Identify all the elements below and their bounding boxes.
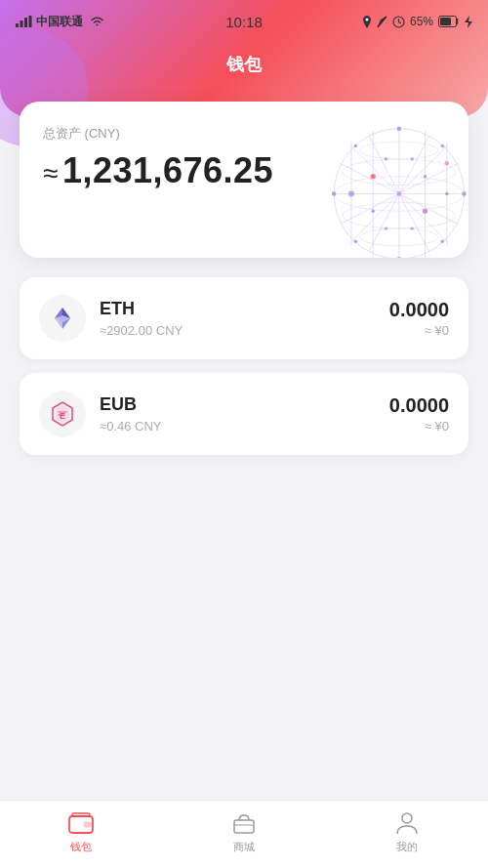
- status-carrier: 中国联通: [16, 14, 104, 30]
- eth-balance: 0.0000 ≈ ¥0: [389, 299, 449, 339]
- eub-balance: 0.0000 ≈ ¥0: [389, 394, 449, 434]
- svg-rect-59: [234, 820, 254, 833]
- tab-mall-label: 商城: [233, 840, 255, 854]
- eub-price: ≈0.46 CNY: [100, 419, 389, 434]
- svg-rect-7: [440, 18, 451, 25]
- eub-amount: 0.0000: [389, 394, 449, 417]
- approx-symbol: ≈: [43, 158, 59, 188]
- svg-point-29: [462, 191, 466, 195]
- svg-point-33: [441, 240, 445, 244]
- coin-icon-eth: [39, 295, 86, 342]
- svg-point-35: [424, 175, 427, 179]
- svg-point-39: [411, 157, 414, 160]
- svg-rect-58: [84, 822, 91, 827]
- coin-icon-eub: E: [39, 391, 86, 437]
- eth-cny: ≈ ¥0: [425, 323, 449, 338]
- status-bar: 中国联通 10:18 65%: [0, 0, 488, 43]
- svg-point-48: [445, 161, 449, 165]
- svg-point-43: [445, 192, 449, 196]
- svg-point-27: [397, 257, 401, 258]
- wallet-icon: [68, 810, 94, 836]
- tab-bar: 钱包 商城 我的: [0, 800, 488, 868]
- svg-point-46: [423, 209, 427, 214]
- person-icon: [394, 810, 420, 836]
- svg-point-26: [397, 127, 401, 131]
- tab-mine-label: 我的: [396, 840, 418, 854]
- status-right: 65%: [362, 15, 472, 28]
- eub-cny: ≈ ¥0: [425, 419, 449, 434]
- svg-point-47: [348, 190, 354, 196]
- svg-rect-3: [29, 16, 32, 27]
- coin-list: ETH ≈2902.00 CNY 0.0000 ≈ ¥0 E EUB: [20, 277, 468, 455]
- eub-name: EUB: [100, 394, 389, 415]
- main-content: 总资产 (CNY) ≈1,231,676.25: [0, 86, 488, 800]
- mall-icon: [231, 810, 257, 836]
- svg-point-61: [402, 813, 412, 823]
- svg-rect-1: [20, 21, 23, 27]
- eth-amount: 0.0000: [389, 299, 449, 321]
- status-time: 10:18: [225, 14, 263, 30]
- nav-title: 钱包: [0, 43, 488, 86]
- tab-wallet-label: 钱包: [70, 840, 92, 854]
- geodome-decoration: [303, 111, 468, 258]
- asset-card: 总资产 (CNY) ≈1,231,676.25: [20, 102, 468, 258]
- svg-point-44: [397, 191, 401, 195]
- tab-mine[interactable]: 我的: [325, 810, 488, 854]
- svg-point-31: [441, 145, 445, 148]
- svg-point-32: [354, 240, 358, 244]
- eth-price: ≈2902.00 CNY: [100, 323, 389, 338]
- svg-point-40: [385, 227, 387, 229]
- eth-name: ETH: [100, 299, 389, 319]
- coin-item-eth[interactable]: ETH ≈2902.00 CNY 0.0000 ≈ ¥0: [20, 277, 468, 359]
- svg-point-41: [411, 227, 414, 229]
- tab-mall[interactable]: 商城: [163, 810, 326, 854]
- svg-rect-0: [16, 23, 19, 27]
- svg-point-36: [371, 209, 375, 213]
- svg-point-28: [332, 191, 336, 195]
- svg-point-38: [385, 157, 387, 160]
- eth-info: ETH ≈2902.00 CNY: [100, 299, 389, 338]
- svg-point-4: [365, 18, 368, 21]
- tab-wallet[interactable]: 钱包: [0, 810, 163, 854]
- svg-point-45: [371, 174, 376, 179]
- eub-info: EUB ≈0.46 CNY: [100, 394, 389, 434]
- svg-point-30: [354, 145, 358, 148]
- coin-item-eub[interactable]: E EUB ≈0.46 CNY 0.0000 ≈ ¥0: [20, 373, 468, 455]
- svg-rect-2: [24, 18, 27, 27]
